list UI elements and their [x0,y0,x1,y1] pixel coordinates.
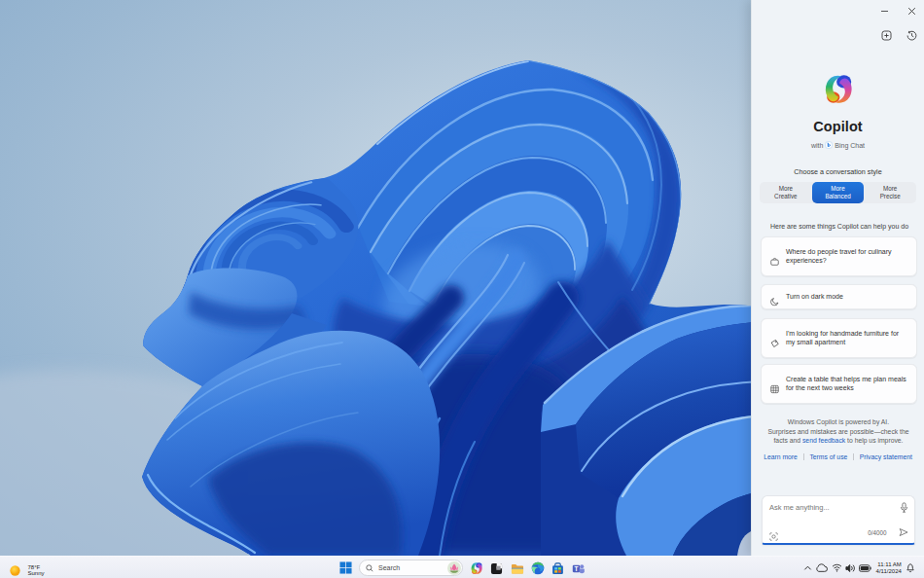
svg-text:T: T [574,565,578,572]
